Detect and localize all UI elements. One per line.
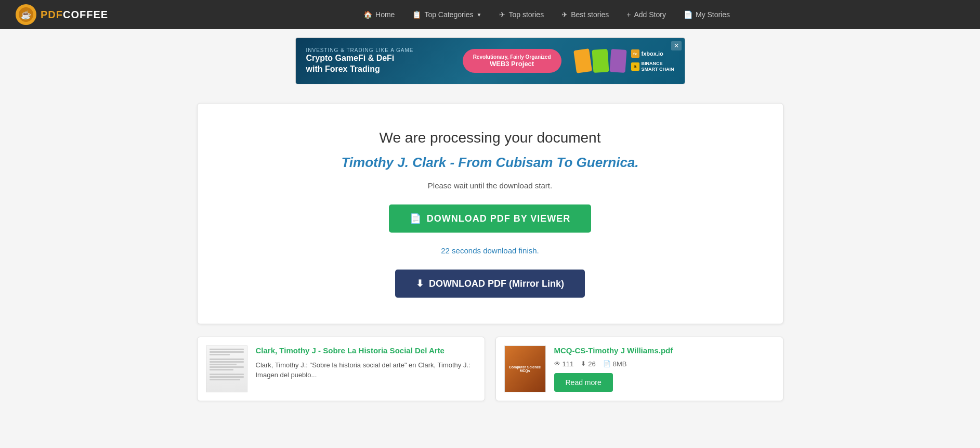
banner-card-1 xyxy=(573,48,592,73)
brand-name: PDFCOFFEE xyxy=(41,9,108,21)
categories-icon: 📋 xyxy=(412,10,421,19)
download-mirror-wrapper: ⬇ DOWNLOAD PDF (Mirror Link) xyxy=(213,270,767,298)
nav-links: 🏠 Home 📋 Top Categories ▼ ✈ Top stories … xyxy=(129,6,964,23)
nav-best-stories[interactable]: ✈ Best stories xyxy=(554,6,616,23)
file-icon: 📄 xyxy=(603,360,611,367)
related-info-1: Clark, Timothy J - Sobre La Historia Soc… xyxy=(256,345,476,386)
download-timer: 22 seconds download finish. xyxy=(213,246,767,255)
banner-card-3 xyxy=(609,49,626,73)
related-info-2: MCQ-CS-Timothy J Williams.pdf 👁 111 ⬇ 26… xyxy=(554,345,775,392)
nav-home[interactable]: 🏠 Home xyxy=(356,6,402,23)
banner-card-2 xyxy=(592,49,609,73)
nav-top-stories[interactable]: ✈ Top stories xyxy=(492,6,551,23)
processing-doc-link[interactable]: Timothy J. Clark - From Cubisam To Guern… xyxy=(341,155,638,170)
banner-title: Crypto GameFi & DeFi with Forex Trading xyxy=(306,53,454,75)
related-grid: Clark, Timothy J - Sobre La Historia Soc… xyxy=(197,337,783,401)
nav-my-stories[interactable]: 📄 My Stories xyxy=(676,6,737,23)
banner-brand-binance: B BINANCESMART CHAIN xyxy=(631,61,674,72)
banner-subtitle: INVESTING & TRADING LIKE A GAME xyxy=(306,47,454,53)
processing-wait-text: Please wait until the download start. xyxy=(213,181,767,190)
dropdown-arrow-icon: ▼ xyxy=(477,12,482,18)
related-card-1: Clark, Timothy J - Sobre La Historia Soc… xyxy=(197,337,485,401)
download-viewer-wrapper: 📄 DOWNLOAD PDF BY VIEWER xyxy=(213,204,767,241)
brand-logo-link[interactable]: ☕ PDFCOFFEE xyxy=(16,4,108,25)
navbar: ☕ PDFCOFFEE 🏠 Home 📋 Top Categories ▼ ✈ … xyxy=(0,0,980,29)
related-title-2[interactable]: MCQ-CS-Timothy J Williams.pdf xyxy=(554,345,775,356)
banner-cta[interactable]: Revolutionary, Fairly Organized WEB3 Pro… xyxy=(463,49,561,73)
read-more-button[interactable]: Read more xyxy=(554,373,613,392)
top-stories-icon: ✈ xyxy=(499,10,505,19)
my-stories-icon: 📄 xyxy=(684,10,692,19)
meta-views: 👁 111 xyxy=(554,360,574,368)
processing-doc-title: Timothy J. Clark - From Cubisam To Guern… xyxy=(213,155,767,171)
best-stories-icon: ✈ xyxy=(561,10,568,19)
banner-close-button[interactable]: ✕ xyxy=(671,41,682,50)
banner-text: INVESTING & TRADING LIKE A GAME Crypto G… xyxy=(306,47,454,75)
nav-add-story[interactable]: + Add Story xyxy=(619,6,673,23)
download-mirror-icon: ⬇ xyxy=(416,278,424,289)
downloads-icon: ⬇ xyxy=(581,360,586,367)
download-mirror-button[interactable]: ⬇ DOWNLOAD PDF (Mirror Link) xyxy=(395,270,585,298)
related-thumb-1 xyxy=(206,345,247,392)
processing-heading: We are processing your document xyxy=(213,130,767,146)
banner: ✕ INVESTING & TRADING LIKE A GAME Crypto… xyxy=(295,37,685,84)
nav-top-categories[interactable]: 📋 Top Categories ▼ xyxy=(405,6,489,23)
banner-brands: fx fxbox.io B BINANCESMART CHAIN xyxy=(631,49,674,72)
home-icon: 🏠 xyxy=(363,10,372,19)
related-meta-2: 👁 111 ⬇ 26 📄 8MB xyxy=(554,360,775,368)
meta-downloads: ⬇ 26 xyxy=(581,360,595,368)
related-title-1[interactable]: Clark, Timothy J - Sobre La Historia Soc… xyxy=(256,345,476,356)
download-viewer-button[interactable]: 📄 DOWNLOAD PDF BY VIEWER xyxy=(389,204,592,233)
svg-text:☕: ☕ xyxy=(21,10,31,20)
meta-size: 📄 8MB xyxy=(603,360,627,368)
banner-cards xyxy=(575,49,626,72)
banner-container: ✕ INVESTING & TRADING LIKE A GAME Crypto… xyxy=(0,29,980,93)
binance-logo: B xyxy=(631,62,639,71)
fxbox-logo: fx xyxy=(631,49,639,58)
processing-card: We are processing your document Timothy … xyxy=(197,103,783,324)
related-excerpt-1: Clark, Timothy J.: "Sobre la historia so… xyxy=(256,360,476,380)
download-viewer-icon: 📄 xyxy=(410,213,422,224)
banner-brand-fxbox: fx fxbox.io xyxy=(631,49,663,58)
thumb-doc-1 xyxy=(206,345,247,392)
main-content: We are processing your document Timothy … xyxy=(189,93,792,412)
related-card-2: Computer ScienceMCQs MCQ-CS-Timothy J Wi… xyxy=(495,337,783,401)
thumb-book-2: Computer ScienceMCQs xyxy=(505,345,545,392)
views-icon: 👁 xyxy=(554,360,560,367)
add-story-icon: + xyxy=(626,10,631,19)
related-thumb-2: Computer ScienceMCQs xyxy=(504,345,546,392)
